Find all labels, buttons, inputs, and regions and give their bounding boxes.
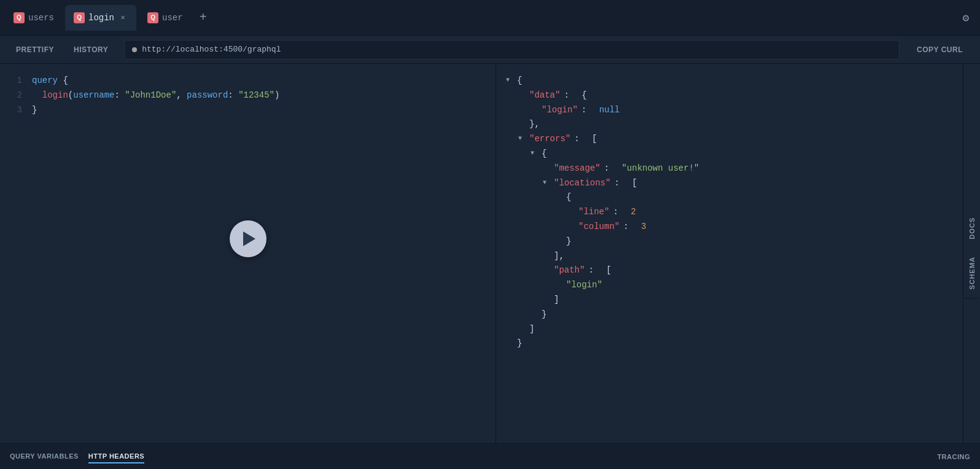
bottom-bar: QUERY VARIABLES HTTP HEADERS TRACING <box>0 443 980 469</box>
result-line-4: }, <box>506 117 953 132</box>
code-line-1: 1 query { <box>10 74 486 88</box>
tab-icon-users: Q <box>14 12 25 23</box>
add-tab-button[interactable]: + <box>194 9 212 27</box>
result-line-14: "path": [ <box>506 263 953 278</box>
tab-users[interactable]: Q users <box>5 5 63 31</box>
side-tabs: DOCS SCHEMA <box>963 64 980 443</box>
line-num-2: 2 <box>10 88 22 103</box>
result-line-10: "line": 2 <box>506 205 953 220</box>
result-line-11: "column": 3 <box>506 220 953 234</box>
code-content-2: login(username: "John1Doe", password: "1… <box>32 88 279 103</box>
collapse-arrow-8[interactable]: ▼ <box>543 177 550 188</box>
line-num-1: 1 <box>10 74 22 88</box>
tab-icon-user: Q <box>147 12 158 23</box>
settings-icon[interactable]: ⚙ <box>957 9 975 27</box>
result-line-15: "login" <box>506 278 953 293</box>
tab-login[interactable]: Q login ✕ <box>65 5 136 31</box>
main-content: 1 query { 2 login(username: "John1Doe", … <box>0 64 980 443</box>
tab-bar: Q users Q login ✕ Q user + ⚙ <box>0 0 980 36</box>
bottom-tabs: QUERY VARIABLES HTTP HEADERS <box>10 450 144 463</box>
collapse-arrow-1[interactable]: ▼ <box>506 75 513 85</box>
play-button[interactable] <box>230 220 266 257</box>
play-triangle-icon <box>243 231 255 246</box>
tab-user[interactable]: Q user <box>139 5 192 31</box>
prettify-button[interactable]: PRETTIFY <box>7 42 63 58</box>
result-line-5: ▼ "errors": [ <box>506 132 953 147</box>
code-line-3: 3 } <box>10 103 486 118</box>
result-line-3: "login": null <box>506 103 953 118</box>
code-line-2: 2 login(username: "John1Doe", password: … <box>10 88 486 103</box>
collapse-arrow-2 <box>518 90 526 100</box>
result-panel: ▼ { "data": { "login": null }, ▼ "errors… <box>496 64 963 443</box>
collapse-arrow-5[interactable]: ▼ <box>518 133 526 144</box>
code-content-3: } <box>32 103 37 118</box>
collapse-arrow-6[interactable]: ▼ <box>531 148 538 158</box>
result-line-7: "message": "unknown user!" <box>506 161 953 176</box>
result-line-17: } <box>506 308 953 322</box>
tab-label-users: users <box>28 13 54 23</box>
result-line-2: "data": { <box>506 88 953 103</box>
tab-close-login[interactable]: ✕ <box>118 13 128 23</box>
result-line-16: ] <box>506 293 953 308</box>
schema-tab[interactable]: SCHEMA <box>965 248 979 299</box>
url-dot <box>132 47 137 52</box>
history-button[interactable]: HISTORY <box>65 42 117 58</box>
result-line-19: } <box>506 336 953 351</box>
tab-icon-login: Q <box>74 12 85 23</box>
result-line-6: ▼ { <box>506 147 953 161</box>
url-bar: http://localhost:4500/graphql <box>124 40 900 60</box>
result-line-9: { <box>506 190 953 205</box>
docs-tab[interactable]: DOCS <box>965 209 979 248</box>
line-num-3: 3 <box>10 103 22 118</box>
query-editor[interactable]: 1 query { 2 login(username: "John1Doe", … <box>0 64 496 443</box>
tab-label-user: user <box>162 13 183 23</box>
query-variables-tab[interactable]: QUERY VARIABLES <box>10 450 79 463</box>
result-line-18: ] <box>506 322 953 337</box>
result-line-12: } <box>506 234 953 249</box>
tracing-label[interactable]: TRACING <box>937 453 970 460</box>
url-text: http://localhost:4500/graphql <box>142 45 281 54</box>
collapse-arrow-3 <box>531 104 538 115</box>
result-line-8: ▼ "locations": [ <box>506 176 953 191</box>
tab-label-login: login <box>88 13 114 23</box>
code-content-1: query { <box>32 74 68 88</box>
result-line-13: ], <box>506 249 953 264</box>
toolbar: PRETTIFY HISTORY http://localhost:4500/g… <box>0 36 980 64</box>
copy-curl-button[interactable]: COPY CURL <box>907 42 973 58</box>
result-line-1: ▼ { <box>506 74 953 88</box>
http-headers-tab[interactable]: HTTP HEADERS <box>88 450 144 463</box>
